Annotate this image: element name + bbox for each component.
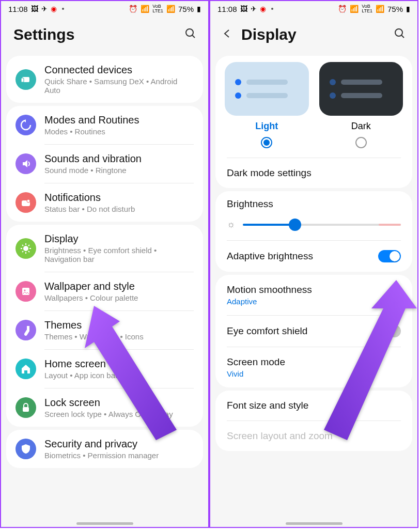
svg-point-7 [23,246,28,251]
svg-point-20 [395,29,402,36]
svg-line-1 [192,35,195,38]
alarm-icon: ⏰ [129,5,137,13]
dark-mode-settings-row[interactable]: Dark mode settings [215,158,412,188]
screen-layout-row[interactable]: Screen layout and zoom [215,421,412,451]
battery-icon: ▮ [406,5,410,13]
signal-icon: 📶 [166,5,175,13]
battery-text: 75% [178,5,194,13]
page-title: Settings [13,26,74,43]
battery-text: 75% [387,5,403,13]
item-subtitle: Brightness • Eye comfort shield • Naviga… [44,246,194,263]
theme-option-dark[interactable]: Dark [319,62,403,158]
back-icon[interactable] [223,29,232,40]
brightness-label: Brightness [215,191,412,214]
item-title: Security and privacy [44,438,194,450]
dark-radio[interactable] [355,137,367,148]
font-card: Font size and style Screen layout and zo… [215,391,412,451]
phone-left-settings: 11:08 🖼 ✈ ◉ ⏰ 📶 VoBLTE1 📶 75% ▮ Settings… [0,0,209,528]
light-radio[interactable] [261,137,272,148]
brightness-card: Brightness ☼ Adaptive brightness [215,191,412,272]
item-subtitle: Modes • Routines [44,127,194,136]
item-title: Display [44,233,194,245]
clock: 11:08 [217,5,237,13]
item-subtitle: Quick Share • Samsung DeX • Android Auto [44,77,194,95]
settings-item-sound[interactable]: Sounds and vibration Sound mode • Ringto… [6,145,203,183]
item-subtitle: Themes • Wallpapers • Icons [44,332,194,341]
svg-point-17 [24,290,26,291]
svg-rect-16 [22,288,29,295]
brightness-slider[interactable]: ☼ [215,214,412,240]
item-title: Notifications [44,192,194,204]
alarm-icon: ⏰ [338,5,347,13]
settings-item-wallpaper[interactable]: Wallpaper and style Wallpapers • Colour … [6,272,203,310]
screen-mode-row[interactable]: Screen mode Vivid [215,347,412,387]
adaptive-brightness-row[interactable]: Adaptive brightness [215,241,412,272]
clock: 11:08 [8,5,28,13]
item-subtitle: Sound mode • Ringtone [44,166,194,175]
wallpaper-icon [15,281,36,302]
theme-icon [15,320,36,340]
sun-icon: ☼ [227,219,236,230]
svg-line-21 [401,35,404,38]
home-icon [15,359,36,379]
settings-card: Security and privacy Biometrics • Permis… [6,430,203,468]
settings-item-routine[interactable]: Modes and Routines Modes • Routines [6,106,203,144]
picture-icon: 🖼 [240,5,247,13]
wifi-icon: 📶 [350,5,359,13]
shield-icon [15,439,36,459]
nav-handle[interactable] [76,522,133,525]
more-dot [271,8,273,10]
dark-preview [319,62,403,116]
notif-icon [15,192,36,213]
lte-icon: VoBLTE1 [362,4,372,13]
eye-comfort-toggle[interactable] [378,325,401,337]
more-dot [62,8,64,10]
display-options-card: Motion smoothness Adaptive Eye comfort s… [215,275,412,387]
item-subtitle: Biometrics • Permission manager [44,451,194,460]
search-icon[interactable] [394,27,406,42]
item-title: Modes and Routines [44,114,194,126]
settings-item-notif[interactable]: Notifications Status bar • Do not distur… [6,183,203,222]
wifi-icon: 📶 [141,5,149,13]
telegram-icon: ✈ [251,5,257,13]
font-size-row[interactable]: Font size and style [215,391,412,421]
item-subtitle: Status bar • Do not disturb [44,205,194,213]
phone-right-display: 11:08 🖼 ✈ ◉ ⏰ 📶 VoBLTE1 📶 75% ▮ Display [209,0,418,528]
settings-item-devices[interactable]: Connected devices Quick Share • Samsung … [6,56,203,103]
settings-item-shield[interactable]: Security and privacy Biometrics • Permis… [6,430,203,468]
battery-icon: ▮ [197,5,201,13]
light-preview [225,62,309,116]
svg-line-14 [22,251,23,252]
item-title: Sounds and vibration [44,153,194,165]
svg-line-15 [28,245,29,246]
item-title: Wallpaper and style [44,281,194,292]
sound-icon [15,153,36,174]
svg-marker-4 [24,119,26,122]
lock-icon [15,397,36,418]
item-title: Lock screen [44,397,194,409]
eye-comfort-row[interactable]: Eye comfort shield [215,316,412,347]
settings-item-home[interactable]: Home screen Layout • App icon badges [6,350,203,388]
nav-handle[interactable] [286,522,343,525]
devices-icon [15,69,36,90]
adaptive-brightness-toggle[interactable] [378,250,401,262]
search-icon[interactable] [184,27,197,42]
svg-point-0 [186,29,193,36]
item-title: Themes [44,319,194,331]
item-subtitle: Layout • App icon badges [44,371,194,380]
display-header: Display [210,17,417,53]
motion-smoothness-row[interactable]: Motion smoothness Adaptive [215,275,412,315]
settings-item-theme[interactable]: Themes Themes • Wallpapers • Icons [6,311,203,349]
settings-card: Modes and Routines Modes • Routines Soun… [6,106,203,222]
settings-header: Settings [1,17,208,53]
svg-line-12 [22,245,23,246]
theme-option-light[interactable]: Light [225,62,309,158]
svg-point-6 [27,199,30,203]
signal-icon: 📶 [376,5,384,13]
item-title: Home screen [44,358,194,370]
theme-card: Light Dark Dark mode settings [215,56,412,188]
settings-item-lock[interactable]: Lock screen Screen lock type • Always On… [6,388,203,427]
settings-item-display[interactable]: Display Brightness • Eye comfort shield … [6,225,203,272]
settings-card: Display Brightness • Eye comfort shield … [6,225,203,427]
picture-icon: 🖼 [31,5,38,13]
